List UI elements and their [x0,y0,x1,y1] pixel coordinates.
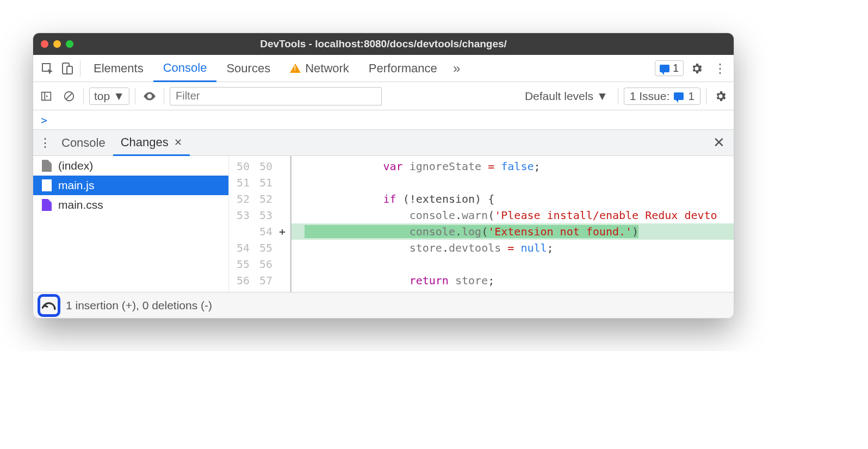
sidebar-toggle-icon[interactable] [38,88,55,105]
console-settings-icon[interactable] [712,88,729,105]
issues-button[interactable]: 1 Issue: 1 [624,88,700,105]
code-line: if (!extension) { [292,191,734,207]
changes-summary: 1 insertion (+), 0 deletions (-) [66,299,212,312]
more-tabs-button[interactable]: » [447,59,467,78]
code-line: store.devtools = null; [292,240,734,256]
file-item-index[interactable]: (index) [33,156,228,176]
issues-count: 1 [673,62,679,74]
separator [80,60,80,77]
close-window-button[interactable] [41,40,48,48]
drawer-tab-changes[interactable]: Changes ✕ [113,130,190,156]
separator [83,88,84,104]
devtools-window: DevTools - localhost:8080/docs/devtools/… [33,33,734,319]
revert-button[interactable] [38,294,60,317]
zoom-window-button[interactable] [66,40,73,48]
code-line [292,174,734,191]
context-label: top [94,90,110,103]
diff-gutter: 505051515252535354+545555565657 [229,156,290,292]
separator [618,88,618,104]
diff-code[interactable]: var ignoreState = false; if (!extension)… [290,156,734,292]
issues-label: 1 Issue: [630,90,670,103]
file-name: main.js [58,179,95,192]
context-select[interactable]: top ▼ [89,88,129,105]
console-prompt[interactable]: > [33,110,734,130]
changes-footer: 1 insertion (+), 0 deletions (-) [33,292,734,318]
clear-console-icon[interactable] [60,88,78,105]
tab-network[interactable]: Network [280,55,359,82]
close-tab-icon[interactable]: ✕ [174,136,182,148]
drawer-tab-console[interactable]: Console [54,130,113,155]
kebab-menu-icon[interactable]: ⋮ [710,59,729,78]
device-toggle-icon[interactable] [57,59,77,78]
traffic-lights [41,40,73,48]
svg-rect-2 [67,66,72,74]
live-expressions-icon[interactable] [141,88,158,105]
code-line: console.log('Extension not found.') [292,223,734,240]
console-toolbar: top ▼ Default levels ▼ 1 Issue: 1 [33,82,734,110]
file-name: (index) [58,159,93,172]
chevron-down-icon: ▼ [113,90,125,103]
issues-icon [674,92,684,100]
file-tree: (index) main.js main.css [33,156,229,292]
file-icon [42,179,52,191]
file-name: main.css [58,198,103,211]
issues-badge[interactable]: 1 [655,60,684,76]
page-icon [42,160,52,172]
chevron-down-icon: ▼ [597,90,608,103]
code-line [292,256,734,272]
close-drawer-icon[interactable]: ✕ [708,134,730,151]
tab-performance[interactable]: Performance [359,55,447,82]
separator [135,88,135,104]
minimize-window-button[interactable] [53,40,61,48]
warning-icon [290,64,301,73]
drawer-tab-changes-label: Changes [121,135,169,149]
levels-select[interactable]: Default levels ▼ [520,90,612,103]
issues-icon [660,65,669,72]
file-icon [42,199,52,211]
tab-sources[interactable]: Sources [216,55,280,82]
code-line: console.warn('Please install/enable Redu… [292,207,734,223]
window-title: DevTools - localhost:8080/docs/devtools/… [260,38,507,50]
code-line: var ignoreState = false; [292,158,734,174]
filter-input[interactable] [170,87,382,105]
tab-network-label: Network [305,61,349,76]
panel-tabs: Elements Console Sources Network Perform… [33,55,734,82]
drawer-tabs: ⋮ Console Changes ✕ ✕ [33,130,734,156]
settings-icon[interactable] [687,59,706,78]
separator [706,88,706,104]
tab-elements[interactable]: Elements [84,55,153,82]
titlebar: DevTools - localhost:8080/docs/devtools/… [33,33,734,55]
separator [164,88,164,104]
drawer-menu-icon[interactable]: ⋮ [36,136,54,150]
levels-label: Default levels [525,90,593,103]
file-item-main-js[interactable]: main.js [33,176,228,195]
tab-console[interactable]: Console [153,55,217,82]
issues-count: 1 [688,90,695,103]
code-line: return store; [292,272,734,289]
diff-view: 505051515252535354+545555565657 var igno… [229,156,734,292]
file-item-main-css[interactable]: main.css [33,195,228,215]
changes-body: (index) main.js main.css 505051515252535… [33,156,734,292]
inspect-element-icon[interactable] [38,59,57,78]
